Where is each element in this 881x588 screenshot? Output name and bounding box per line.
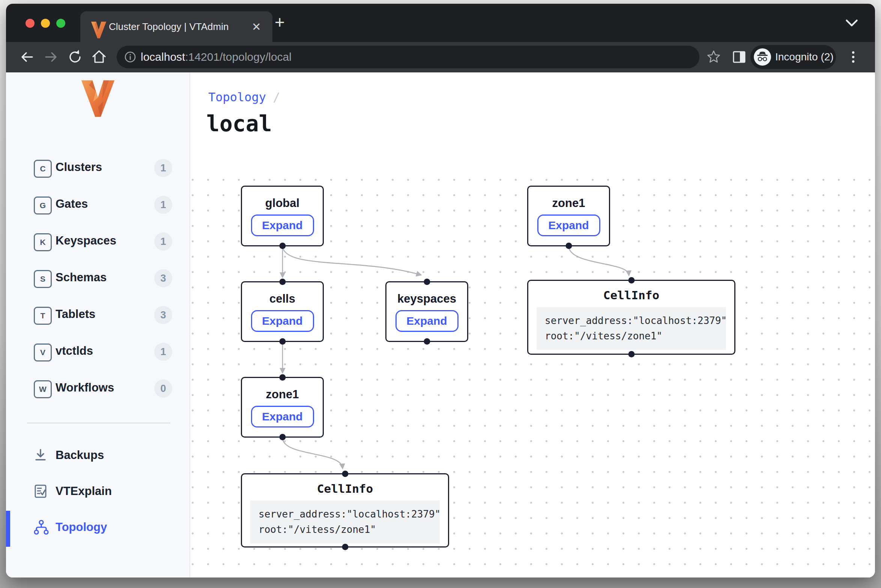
icon-letter: T (41, 311, 45, 320)
url-bar[interactable]: localhost:14201/topology/local (117, 46, 699, 68)
node-zone1-left[interactable]: zone1 Expand (241, 377, 324, 438)
bookmark-star-icon[interactable] (705, 48, 723, 66)
sidebar-item-label: vtctlds (56, 344, 93, 358)
count-value: 1 (160, 162, 166, 174)
workflows-icon: W (34, 380, 52, 398)
maximize-window-button[interactable] (56, 19, 65, 28)
node-label: keyspaces (397, 292, 456, 306)
expand-button[interactable]: Expand (251, 214, 314, 236)
count-value: 3 (160, 309, 166, 321)
target-handle (424, 279, 430, 285)
cellinfo-code: server_address:"localhost:2379" root:"/v… (537, 307, 726, 350)
sidebar-item-gates[interactable]: G Gates 1 (6, 193, 189, 217)
menu-dots-icon[interactable] (844, 48, 862, 66)
sidebar-item-workflows[interactable]: W Workflows 0 (6, 376, 189, 400)
incognito-badge[interactable]: Incognito (2) (750, 45, 836, 69)
node-label: zone1 (266, 388, 299, 401)
sidebar-item-label: Tablets (56, 308, 95, 321)
close-window-button[interactable] (26, 19, 35, 28)
node-label: zone1 (552, 196, 585, 210)
count-value: 1 (160, 346, 166, 358)
sidebar-item-topology[interactable]: Topology (6, 516, 189, 540)
keyspaces-icon: K (34, 233, 52, 251)
sidebar-item-label: Workflows (56, 381, 114, 394)
source-handle (424, 338, 430, 345)
sidebar-item-tablets[interactable]: T Tablets 3 (6, 303, 189, 327)
sidebar-item-vtctlds[interactable]: V vtctlds 1 (6, 340, 189, 364)
url-text: localhost:14201/topology/local (141, 51, 292, 63)
sidebar-item-label: VTExplain (56, 484, 112, 498)
count-value: 1 (160, 236, 166, 248)
sidebar-item-clusters[interactable]: C Clusters 1 (6, 156, 189, 180)
count-badge: 0 (154, 380, 172, 398)
target-handle (279, 279, 286, 285)
node-cellinfo-right[interactable]: CellInfo server_address:"localhost:2379"… (527, 280, 735, 355)
sidebar-item-label: Topology (56, 520, 107, 534)
vitess-logo (81, 79, 115, 118)
sidebar-item-label: Schemas (56, 271, 107, 284)
node-keyspaces[interactable]: keyspaces Expand (385, 281, 468, 342)
expand-button[interactable]: Expand (537, 214, 600, 236)
page-title: local (206, 111, 272, 136)
count-badge: 3 (154, 306, 172, 324)
home-icon[interactable] (90, 48, 108, 66)
count-value: 0 (160, 383, 166, 394)
vtctlds-icon: V (34, 344, 52, 362)
incognito-label: Incognito (2) (775, 51, 834, 63)
tab-close-icon[interactable]: ✕ (252, 20, 261, 33)
sidebar-item-vtexplain[interactable]: VTExplain (6, 480, 189, 504)
node-cellinfo-left[interactable]: CellInfo server_address:"localhost:2379"… (241, 473, 449, 548)
node-global[interactable]: global Expand (241, 186, 324, 246)
icon-letter: W (39, 385, 47, 394)
expand-button[interactable]: Expand (251, 310, 314, 332)
clusters-icon: C (34, 160, 52, 178)
source-handle (279, 338, 286, 345)
sidebar-item-keyspaces[interactable]: K Keyspaces 1 (6, 230, 189, 254)
vitess-favicon (91, 21, 107, 39)
count-badge: 1 (154, 196, 172, 214)
browser-tab[interactable]: Cluster Topology | VTAdmin ✕ (80, 11, 272, 42)
expand-button[interactable]: Expand (395, 310, 459, 332)
icon-letter: G (40, 201, 46, 210)
forward-icon[interactable] (42, 48, 60, 66)
sidebar-item-label: Backups (56, 448, 104, 462)
sidebar-divider (27, 423, 170, 423)
count-badge: 3 (154, 269, 172, 287)
cellinfo-title: CellInfo (528, 288, 734, 302)
minimize-window-button[interactable] (41, 19, 50, 28)
back-icon[interactable] (18, 48, 36, 66)
url-host: localhost (141, 51, 185, 63)
site-info-icon[interactable] (124, 51, 136, 63)
source-handle (565, 243, 572, 249)
page-content: C Clusters 1 G Gates 1 K Keyspaces 1 S S… (6, 72, 875, 578)
document-check-icon (32, 483, 49, 500)
sidebar-item-schemas[interactable]: S Schemas 3 (6, 266, 189, 290)
source-handle (628, 351, 634, 357)
breadcrumb-separator: / (273, 90, 280, 104)
url-path: :14201/topology/local (185, 51, 292, 63)
sidebar-item-label: Clusters (56, 160, 102, 174)
code-line: server_address:"localhost:2379" (545, 315, 727, 326)
target-handle (279, 374, 286, 381)
node-label: cells (269, 292, 295, 306)
tab-strip: Cluster Topology | VTAdmin ✕ + (6, 4, 875, 42)
expand-button[interactable]: Expand (251, 406, 314, 428)
tablets-icon: T (34, 307, 52, 325)
sidebar-item-backups[interactable]: Backups (6, 444, 189, 468)
topology-graph-icon (32, 519, 49, 536)
active-item-indicator (6, 511, 10, 547)
icon-letter: K (40, 238, 45, 247)
node-zone1-right[interactable]: zone1 Expand (527, 186, 610, 246)
new-tab-button[interactable]: + (275, 14, 285, 31)
chevron-down-icon[interactable] (845, 19, 858, 28)
count-badge: 1 (154, 232, 172, 250)
count-value: 3 (160, 273, 166, 284)
reload-icon[interactable] (66, 48, 84, 66)
icon-letter: V (40, 348, 45, 357)
count-badge: 1 (154, 343, 172, 361)
sidebar: C Clusters 1 G Gates 1 K Keyspaces 1 S S… (6, 72, 190, 578)
side-panel-icon[interactable] (730, 48, 748, 66)
target-handle (628, 277, 634, 284)
breadcrumb-topology-link[interactable]: Topology (208, 90, 266, 104)
node-cells[interactable]: cells Expand (241, 281, 324, 342)
